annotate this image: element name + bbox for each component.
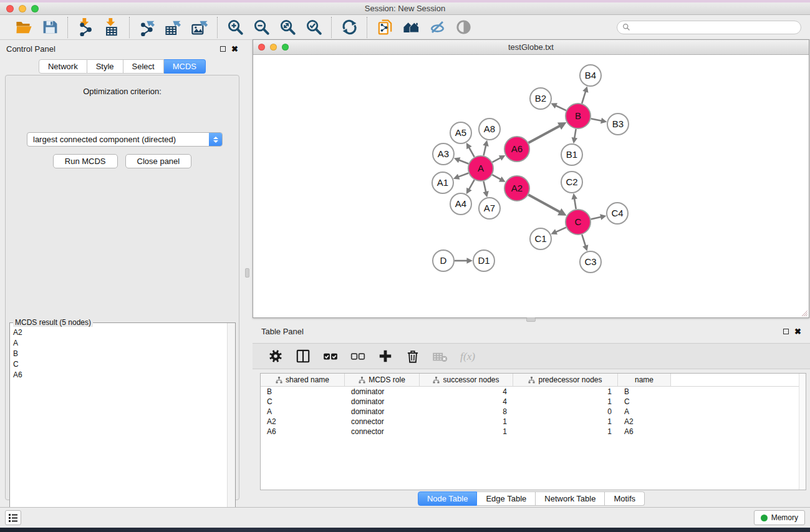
float-table-panel-icon[interactable] — [783, 329, 789, 334]
table-cell[interactable]: 8 — [420, 407, 513, 416]
graph-node-A[interactable]: A — [468, 156, 493, 181]
vertical-splitter-handle[interactable] — [245, 268, 249, 278]
zoom-fit-button[interactable] — [277, 17, 297, 37]
graph-node-C4[interactable]: C4 — [607, 203, 628, 224]
graph-edge-A2-C[interactable] — [528, 195, 566, 216]
graph-edge-A-A3[interactable] — [454, 157, 469, 163]
table-cell[interactable]: 1 — [513, 427, 618, 436]
graph-edge-D-D1[interactable] — [455, 258, 473, 264]
graph-node-D1[interactable]: D1 — [473, 250, 494, 271]
table-cell[interactable]: A — [618, 407, 671, 416]
table-cell[interactable]: 1 — [420, 417, 513, 426]
table-cell[interactable]: dominator — [345, 407, 420, 416]
graph-edge-A6-B[interactable] — [528, 122, 566, 143]
resize-grip-icon[interactable] — [799, 308, 808, 317]
table-row[interactable]: Cdominator41C — [261, 397, 806, 407]
select-all-button[interactable] — [321, 347, 340, 365]
table-cell[interactable]: connector — [345, 427, 420, 436]
graph-node-B[interactable]: B — [566, 104, 591, 128]
home-button[interactable] — [401, 17, 421, 37]
memory-button[interactable]: Memory — [754, 510, 805, 525]
horizontal-splitter-handle[interactable] — [526, 317, 536, 322]
table-cell[interactable]: dominator — [345, 397, 420, 406]
graph-node-B3[interactable]: B3 — [607, 114, 629, 135]
graph-node-A5[interactable]: A5 — [450, 122, 471, 143]
zoom-out-button[interactable] — [251, 17, 271, 37]
column-header-successor-nodes[interactable]: successor nodes — [420, 374, 513, 386]
tab-style[interactable]: Style — [87, 59, 123, 74]
table-row[interactable]: A6connector11A6 — [261, 427, 806, 437]
close-panel-icon[interactable]: ✖ — [231, 46, 238, 52]
mcds-result-item[interactable]: B — [11, 348, 226, 359]
graph-node-B2[interactable]: B2 — [530, 88, 551, 109]
graph-node-A6[interactable]: A6 — [504, 137, 529, 162]
graph-edge-A-A4[interactable] — [466, 180, 475, 194]
graph-edge-A-A5[interactable] — [466, 143, 475, 157]
table-cell[interactable]: B — [618, 387, 671, 396]
close-table-panel-icon[interactable]: ✖ — [794, 329, 801, 334]
criterion-dropdown[interactable]: largest connected component (directed) — [27, 132, 223, 147]
graph-edge-C-C3[interactable] — [582, 235, 588, 251]
graph-edge-B-B2[interactable] — [551, 103, 566, 110]
table-cell[interactable]: C — [261, 397, 345, 406]
graph-node-A7[interactable]: A7 — [479, 198, 500, 219]
column-header-shared-name[interactable]: shared name — [261, 374, 345, 386]
import-table-button[interactable] — [102, 17, 122, 37]
export-image-button[interactable] — [190, 17, 210, 37]
mcds-result-item[interactable]: A — [11, 337, 226, 348]
table-scrollbar[interactable] — [799, 374, 806, 490]
graph-edge-C-C2[interactable] — [572, 193, 577, 209]
graph-edge-A-A2[interactable] — [492, 175, 505, 182]
graph-node-A8[interactable]: A8 — [479, 118, 500, 140]
graph-edge-B-B3[interactable] — [591, 118, 607, 123]
save-session-button[interactable] — [40, 17, 60, 37]
float-panel-icon[interactable] — [220, 46, 226, 52]
table-cell[interactable]: A2 — [261, 417, 345, 426]
refresh-button[interactable] — [339, 17, 359, 37]
table-cell[interactable]: 0 — [513, 407, 618, 416]
graph-node-B1[interactable]: B1 — [561, 144, 582, 165]
table-cell[interactable]: A — [261, 407, 345, 416]
graph-node-A2[interactable]: A2 — [504, 176, 529, 201]
network-canvas[interactable]: AA1A2A3A4A5A6A7A8BB1B2B3B4CC1C2C3C4DD1 — [253, 56, 809, 317]
graph-node-B4[interactable]: B4 — [580, 65, 601, 86]
export-table-button[interactable] — [163, 17, 183, 37]
mcds-result-item[interactable]: A2 — [11, 327, 226, 337]
close-panel-button[interactable]: Close panel — [125, 154, 192, 168]
search-field[interactable] — [617, 21, 801, 34]
tab-motifs[interactable]: Motifs — [605, 491, 645, 506]
tab-node-table[interactable]: Node Table — [418, 491, 478, 506]
tab-edge-table[interactable]: Edge Table — [477, 491, 536, 506]
deselect-all-button[interactable] — [349, 347, 367, 365]
task-history-button[interactable] — [5, 510, 21, 525]
zoom-in-button[interactable] — [225, 17, 245, 37]
graph-edge-B-B4[interactable] — [582, 86, 588, 104]
table-cell[interactable]: A6 — [618, 427, 671, 436]
split-panel-button[interactable] — [294, 347, 312, 365]
export-network-button[interactable] — [137, 17, 157, 37]
tab-select[interactable]: Select — [123, 59, 164, 74]
graph-edge-A-A1[interactable] — [453, 173, 469, 179]
settings-gear-button[interactable] — [266, 347, 285, 365]
table-cell[interactable]: B — [261, 387, 345, 396]
result-scrollbar[interactable] — [227, 323, 235, 532]
table-row[interactable]: Adominator80A — [261, 407, 806, 417]
table-cell[interactable]: dominator — [345, 387, 420, 396]
table-cell[interactable]: C — [618, 397, 671, 406]
graph-node-A1[interactable]: A1 — [432, 172, 453, 193]
delete-column-button[interactable] — [403, 347, 422, 365]
tab-mcds[interactable]: MCDS — [164, 59, 206, 74]
open-session-button[interactable] — [14, 17, 34, 37]
table-row[interactable]: Bdominator41B — [261, 387, 806, 397]
mcds-result-item[interactable]: C — [11, 359, 226, 369]
graph-node-C1[interactable]: C1 — [530, 228, 551, 249]
graph-edge-C-C4[interactable] — [591, 214, 606, 220]
table-cell[interactable]: 4 — [420, 397, 513, 406]
import-network-button[interactable] — [75, 17, 95, 37]
run-mcds-button[interactable]: Run MCDS — [53, 154, 118, 168]
column-header-name[interactable]: name — [618, 374, 671, 386]
tab-network-table[interactable]: Network Table — [536, 491, 605, 506]
mcds-result-item[interactable]: A6 — [11, 369, 226, 380]
graph-node-C[interactable]: C — [566, 210, 591, 235]
graph-node-A4[interactable]: A4 — [450, 193, 471, 215]
